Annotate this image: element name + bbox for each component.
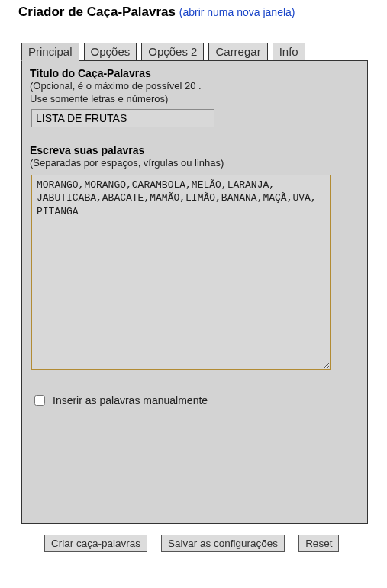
title-hint: (Opcional, é o máximo de possível 20 . U… xyxy=(30,80,360,106)
create-button[interactable]: Criar caça-palavras xyxy=(44,535,147,552)
manual-insert-checkbox[interactable] xyxy=(34,395,45,406)
reset-button[interactable]: Reset xyxy=(298,535,339,552)
tab-info[interactable]: Info xyxy=(273,43,305,61)
words-section: Escreva suas palavras (Separadas por esp… xyxy=(30,144,360,373)
tab-opcoes[interactable]: Opções xyxy=(84,43,137,61)
tab-strip: Principal Opções Opções 2 Carregar Info xyxy=(21,43,387,61)
page-title: Criador de Caça-Palavras xyxy=(18,5,176,19)
manual-insert-row: Inserir as palavras manualmente xyxy=(34,394,360,406)
title-input[interactable] xyxy=(31,109,214,127)
words-textarea[interactable] xyxy=(31,175,331,370)
manual-insert-label[interactable]: Inserir as palavras manualmente xyxy=(53,394,208,406)
main-panel: Título do Caça-Palavras (Opcional, é o m… xyxy=(21,60,368,524)
title-label: Título do Caça-Palavras xyxy=(30,67,360,79)
tab-principal[interactable]: Principal xyxy=(21,43,79,61)
open-new-window-link[interactable]: (abrir numa nova janela) xyxy=(179,6,295,18)
page-header: Criador de Caça-Palavras (abrir numa nov… xyxy=(0,0,387,29)
tab-opcoes-2[interactable]: Opções 2 xyxy=(141,43,204,61)
words-label: Escreva suas palavras xyxy=(30,144,360,156)
save-settings-button[interactable]: Salvar as configurações xyxy=(161,535,285,552)
words-hint: (Separadas por espaços, vírgulas ou linh… xyxy=(30,157,360,170)
tab-carregar[interactable]: Carregar xyxy=(208,43,267,61)
title-section: Título do Caça-Palavras (Opcional, é o m… xyxy=(30,67,360,127)
action-button-row: Criar caça-palavras Salvar as configuraç… xyxy=(44,535,387,552)
